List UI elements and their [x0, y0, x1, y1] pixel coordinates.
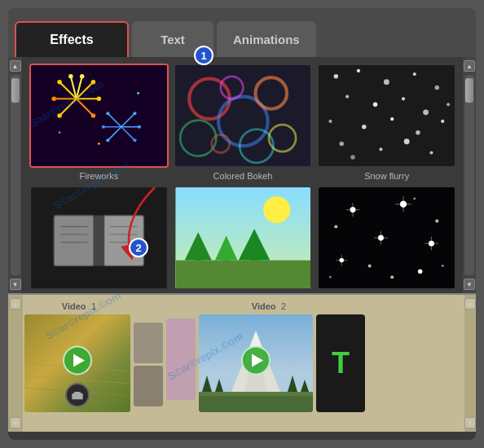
- svg-point-101: [390, 275, 394, 279]
- camera-icon[interactable]: [65, 383, 90, 407]
- svg-point-43: [357, 69, 360, 72]
- svg-point-42: [334, 74, 339, 79]
- scroll-down-arrow[interactable]: ▼: [10, 279, 21, 290]
- effect-movie-template[interactable]: Movie template: [174, 186, 313, 293]
- svg-point-26: [106, 138, 109, 142]
- svg-point-10: [97, 97, 102, 102]
- svg-point-99: [368, 264, 372, 267]
- video2-play-button[interactable]: [241, 345, 271, 375]
- svg-point-16: [68, 74, 73, 79]
- video1-slot[interactable]: [24, 314, 130, 412]
- svg-point-25: [133, 138, 136, 142]
- svg-rect-0: [32, 65, 166, 166]
- bokeh-label: Colored Bokeh: [213, 171, 273, 181]
- scroll-up-arrow[interactable]: ▲: [10, 60, 21, 72]
- svg-point-51: [329, 120, 332, 123]
- badge-1: 1: [194, 46, 213, 65]
- svg-point-56: [340, 142, 345, 147]
- svg-point-11: [91, 113, 96, 118]
- svg-point-28: [106, 112, 109, 115]
- svg-point-55: [441, 120, 444, 123]
- svg-point-54: [416, 130, 420, 135]
- play2-icon: [252, 354, 263, 367]
- svg-point-49: [402, 97, 405, 100]
- right-scroll-down[interactable]: ▼: [464, 279, 475, 290]
- svg-point-52: [362, 125, 367, 130]
- timeline-scroll-up[interactable]: ▲: [10, 298, 21, 310]
- timeline-content: Video 1 Video 2: [23, 295, 464, 432]
- text-slot[interactable]: T: [316, 314, 365, 412]
- svg-point-58: [404, 138, 410, 144]
- video2-slot[interactable]: [199, 314, 313, 412]
- tab-animations[interactable]: Animations: [217, 21, 316, 57]
- svg-point-74: [263, 196, 290, 223]
- transition-slot-1[interactable]: [134, 323, 163, 363]
- svg-point-13: [51, 97, 56, 102]
- fireworks-visual: [31, 65, 167, 166]
- effect-snow[interactable]: Snow flurry: [317, 64, 456, 181]
- main-container: Effects Text Animations 1 ▲ ▼: [8, 8, 476, 440]
- video2-number: 2: [281, 301, 286, 311]
- effect-movie-thumb: [174, 186, 313, 290]
- svg-point-15: [80, 74, 85, 79]
- effect-fireworks-thumb: [29, 64, 169, 168]
- empty-slot: [166, 318, 196, 400]
- video1-label: Video: [62, 301, 86, 311]
- svg-point-53: [390, 117, 394, 121]
- svg-rect-114: [199, 396, 313, 412]
- transition-slot-2[interactable]: [134, 366, 163, 406]
- timeline-headers: Video 1 Video 2: [24, 298, 461, 313]
- video1-number: 1: [91, 301, 96, 311]
- video2-label: Video: [252, 301, 276, 311]
- tab-effects[interactable]: Effects: [15, 21, 129, 57]
- right-scroll-track: [464, 75, 474, 275]
- effect-book[interactable]: Open book: [29, 186, 169, 293]
- video1-play-button[interactable]: [63, 345, 92, 375]
- svg-point-47: [345, 95, 349, 99]
- timeline-slots: T: [24, 314, 461, 428]
- svg-point-27: [102, 125, 105, 129]
- effect-book-thumb: [29, 186, 169, 290]
- stars-visual: [319, 187, 455, 288]
- svg-point-12: [57, 113, 62, 118]
- right-scroll-up[interactable]: ▲: [464, 60, 475, 72]
- text-t-icon: T: [332, 346, 350, 380]
- tab-effects-label: Effects: [50, 33, 93, 47]
- svg-point-102: [414, 197, 416, 200]
- effect-stars[interactable]: [317, 186, 456, 293]
- effects-grid-container: Fireworks: [23, 57, 463, 293]
- snow-visual: [319, 65, 455, 166]
- svg-point-98: [335, 225, 338, 228]
- snow-label: Snow flurry: [364, 171, 409, 181]
- svg-point-14: [57, 80, 62, 85]
- right-scroll-thumb[interactable]: [465, 78, 473, 103]
- tab-text-label: Text: [161, 33, 185, 46]
- svg-point-100: [436, 219, 439, 222]
- timeline-section: ▲ ▼ Video 1 Video 2: [8, 293, 476, 432]
- badge-2: 2: [129, 238, 148, 257]
- effect-stars-thumb: [317, 186, 456, 290]
- content-area: ▲ ▼: [8, 57, 476, 293]
- effect-fireworks[interactable]: Fireworks: [29, 64, 169, 181]
- svg-point-46: [435, 86, 440, 90]
- movie-visual: [175, 187, 311, 288]
- svg-point-30: [59, 131, 61, 134]
- fireworks-label: Fireworks: [79, 171, 118, 181]
- svg-point-103: [442, 265, 444, 267]
- svg-point-61: [447, 103, 450, 106]
- effect-bokeh-thumb: [174, 64, 313, 168]
- svg-point-24: [138, 125, 141, 129]
- svg-point-97: [418, 270, 423, 275]
- video2-header: Video 2: [212, 298, 326, 313]
- svg-rect-73: [175, 261, 310, 288]
- timeline-rscroll-up[interactable]: ▲: [464, 298, 476, 310]
- timeline-rscroll-down[interactable]: ▼: [464, 417, 476, 428]
- effects-grid: Fireworks: [23, 57, 463, 293]
- effect-bokeh[interactable]: Colored Bokeh: [174, 64, 313, 181]
- bokeh-visual: [175, 65, 311, 166]
- svg-point-44: [384, 79, 389, 85]
- svg-point-29: [98, 143, 100, 145]
- scroll-thumb[interactable]: [11, 78, 20, 103]
- timeline-scroll-down[interactable]: ▼: [10, 417, 21, 428]
- svg-point-31: [137, 92, 139, 94]
